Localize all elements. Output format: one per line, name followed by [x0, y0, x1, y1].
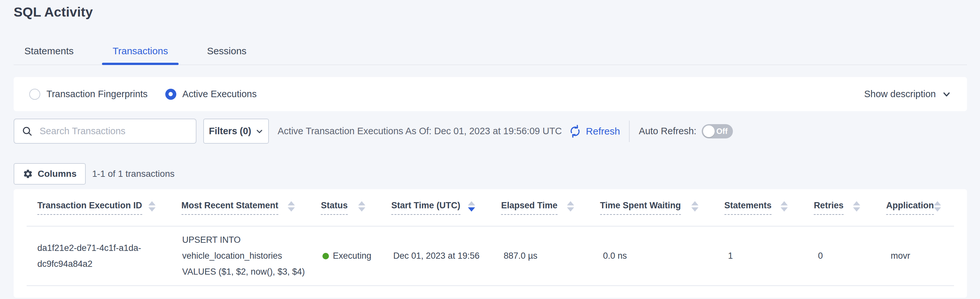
sql-activity-page: SQL Activity Statements Transactions Ses…	[0, 0, 980, 299]
cell-most-recent-statement[interactable]: UPSERT INTO vehicle_location_histories V…	[182, 232, 323, 280]
results-summary: 1-1 of 1 transactions	[92, 169, 175, 179]
search-input[interactable]	[40, 126, 189, 136]
radio-transaction-fingerprints[interactable]: Transaction Fingerprints	[29, 89, 148, 100]
tab-statements-label: Statements	[24, 45, 74, 56]
sort-icon[interactable]	[934, 201, 941, 214]
sort-icon[interactable]	[358, 201, 365, 214]
auto-refresh-label: Auto Refresh:	[639, 126, 696, 136]
radio-label: Active Executions	[183, 89, 257, 99]
search-box[interactable]	[14, 118, 196, 144]
column-header-most-recent-statement[interactable]: Most Recent Statement	[181, 200, 321, 215]
refresh-icon	[568, 125, 582, 138]
column-header-elapsed-time[interactable]: Elapsed Time	[501, 200, 600, 215]
cell-start-time: Dec 01, 2023 at 19:56	[393, 248, 504, 264]
tab-bar: Statements Transactions Sessions	[14, 43, 967, 65]
status-label: Executing	[333, 248, 371, 264]
toggle-knob-icon	[703, 125, 715, 137]
radio-circle-icon[interactable]	[165, 89, 176, 100]
sort-icon[interactable]	[567, 201, 574, 214]
tab-sessions-label: Sessions	[207, 45, 247, 56]
column-header-time-spent-waiting[interactable]: Time Spent Waiting	[600, 200, 724, 215]
column-header-statements[interactable]: Statements	[724, 200, 814, 215]
sort-icon[interactable]	[148, 201, 156, 214]
sort-icon[interactable]	[468, 201, 475, 214]
sort-icon[interactable]	[691, 201, 698, 214]
sort-icon[interactable]	[781, 201, 788, 214]
sort-icon[interactable]	[288, 201, 295, 214]
cell-retries: 0	[818, 248, 891, 264]
transactions-table: Transaction Execution ID Most Recent Sta…	[14, 189, 967, 298]
gear-icon	[23, 169, 33, 179]
chevron-down-icon	[256, 127, 263, 135]
show-description-label: Show description	[864, 89, 936, 99]
chevron-down-icon	[942, 90, 951, 99]
as-of-timestamp: Active Transaction Executions As Of: Dec…	[278, 126, 562, 136]
columns-button[interactable]: Columns	[14, 163, 86, 185]
radio-label: Transaction Fingerprints	[46, 89, 148, 99]
cell-application: movr	[891, 248, 954, 264]
executing-status-icon	[323, 253, 329, 259]
tab-transactions[interactable]: Transactions	[102, 45, 179, 65]
column-header-application[interactable]: Application	[886, 200, 954, 215]
column-header-retries[interactable]: Retries	[814, 200, 886, 215]
cell-transaction-execution-id[interactable]: da1f21e2-de71-4c1f-a1da-dc9fc94a84a2	[37, 240, 182, 272]
cell-time-spent-waiting: 0.0 ns	[603, 248, 728, 264]
cell-statements: 1	[728, 248, 818, 264]
toolbar: Filters (0) Active Transaction Execution…	[14, 118, 967, 144]
search-icon	[21, 125, 33, 137]
radio-circle-icon[interactable]	[29, 89, 40, 100]
column-header-transaction-execution-id[interactable]: Transaction Execution ID	[37, 200, 181, 215]
refresh-label: Refresh	[586, 126, 620, 137]
cell-status: Executing	[323, 248, 393, 264]
radio-active-executions[interactable]: Active Executions	[165, 89, 257, 100]
auto-refresh-toggle[interactable]: Off	[702, 124, 733, 138]
column-header-start-time[interactable]: Start Time (UTC)	[391, 200, 501, 215]
tab-statements[interactable]: Statements	[14, 45, 84, 65]
view-mode-panel: Transaction Fingerprints Active Executio…	[14, 77, 967, 111]
tab-transactions-label: Transactions	[113, 45, 168, 56]
page-title: SQL Activity	[14, 5, 93, 20]
table-row: da1f21e2-de71-4c1f-a1da-dc9fc94a84a2 UPS…	[27, 227, 954, 286]
tab-sessions[interactable]: Sessions	[196, 45, 257, 65]
sort-icon[interactable]	[853, 201, 860, 214]
column-header-status[interactable]: Status	[321, 200, 391, 215]
filters-button[interactable]: Filters (0)	[203, 118, 269, 144]
toolbar-divider	[629, 121, 630, 142]
columns-button-label: Columns	[38, 169, 76, 179]
table-header-row: Transaction Execution ID Most Recent Sta…	[27, 189, 954, 227]
cell-elapsed-time: 887.0 µs	[504, 248, 603, 264]
show-description-toggle[interactable]: Show description	[864, 89, 951, 99]
auto-refresh-state: Off	[716, 124, 728, 138]
table-controls: Columns 1-1 of 1 transactions	[14, 163, 174, 185]
filters-button-label: Filters (0)	[209, 126, 251, 136]
refresh-button[interactable]: Refresh	[568, 125, 620, 138]
